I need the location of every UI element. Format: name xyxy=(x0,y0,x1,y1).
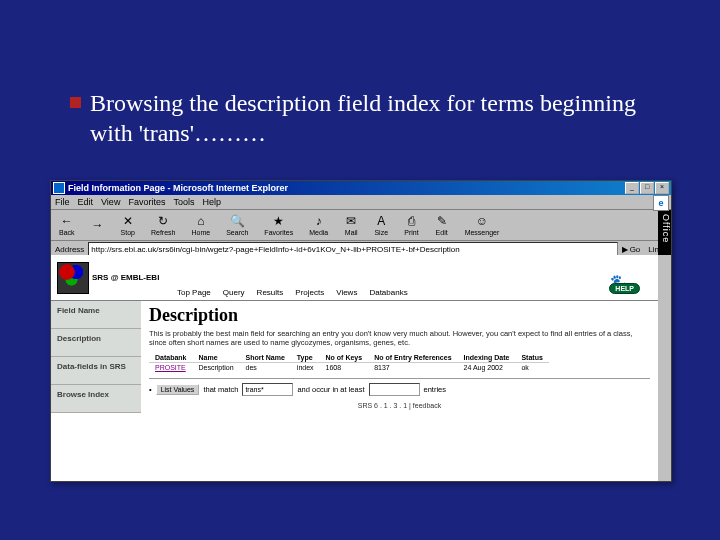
cell-status: ok xyxy=(515,363,548,373)
srs-footer: SRS 6 . 1 . 3 . 1 | feedback xyxy=(149,402,650,409)
sidebar-data-fields[interactable]: Data-fields in SRS xyxy=(51,357,141,385)
home-icon: ⌂ xyxy=(194,214,208,228)
forward-button[interactable]: → xyxy=(91,218,105,233)
search-button[interactable]: 🔍Search xyxy=(226,214,248,236)
help-button[interactable]: HELP xyxy=(609,283,640,294)
tab-databanks[interactable]: Databanks xyxy=(369,288,407,297)
print-icon: ⎙ xyxy=(404,214,418,228)
databank-link[interactable]: PROSITE xyxy=(155,364,186,371)
cell-keys: 1608 xyxy=(320,363,369,373)
vertical-scrollbar[interactable] xyxy=(657,255,671,481)
go-button[interactable]: ▶ Go xyxy=(622,245,641,254)
field-description: This is probably the best main field for… xyxy=(149,330,650,347)
list-values-button[interactable]: List Values xyxy=(156,384,200,395)
srs-header: SRS @ EMBL-EBI Top Page Query Results Pr… xyxy=(51,255,658,301)
cell-name: Description xyxy=(193,363,240,373)
ie-logo-icon: e xyxy=(653,195,669,211)
favorites-icon: ★ xyxy=(272,214,286,228)
menu-view[interactable]: View xyxy=(101,197,120,207)
media-button[interactable]: ♪Media xyxy=(309,214,328,236)
srs-logo-area: SRS @ EMBL-EBI xyxy=(51,262,177,294)
media-icon: ♪ xyxy=(312,214,326,228)
menu-tools[interactable]: Tools xyxy=(173,197,194,207)
sidebar: Field Name Description Data-fields in SR… xyxy=(51,301,141,413)
tab-query[interactable]: Query xyxy=(223,288,245,297)
tab-top-page[interactable]: Top Page xyxy=(177,288,211,297)
data-fields-table: Databank Name Short Name Type No of Keys… xyxy=(149,353,549,372)
cell-type: index xyxy=(291,363,320,373)
srs-logo-text: SRS @ EMBL-EBI xyxy=(92,273,159,282)
ie-icon xyxy=(53,182,65,194)
menu-favorites[interactable]: Favorites xyxy=(128,197,165,207)
titlebar: Field Information Page - Microsoft Inter… xyxy=(51,181,671,195)
browser-window: Field Information Page - Microsoft Inter… xyxy=(50,180,672,482)
sidebar-description[interactable]: Description xyxy=(51,329,141,357)
menu-file[interactable]: File xyxy=(55,197,70,207)
th-keys: No of Keys xyxy=(320,353,369,363)
sidebar-field-name[interactable]: Field Name xyxy=(51,301,141,329)
page-content: SRS @ EMBL-EBI Top Page Query Results Pr… xyxy=(51,255,658,481)
field-title: Description xyxy=(149,305,650,326)
th-date: Indexing Date xyxy=(458,353,516,363)
window-title: Field Information Page - Microsoft Inter… xyxy=(68,183,624,193)
browse-index-controls: • List Values that match and occur in at… xyxy=(149,378,650,396)
back-icon: ← xyxy=(60,214,74,228)
messenger-button[interactable]: ☺Messenger xyxy=(465,214,500,236)
edit-icon: ✎ xyxy=(435,214,449,228)
home-button[interactable]: ⌂Home xyxy=(191,214,210,236)
close-button[interactable]: × xyxy=(655,182,669,194)
address-label: Address xyxy=(55,245,84,254)
toolbar: ←Back → ✕Stop ↻Refresh ⌂Home 🔍Search ★Fa… xyxy=(51,210,671,241)
menubar: File Edit View Favorites Tools Help e xyxy=(51,195,671,210)
size-button[interactable]: ASize xyxy=(374,214,388,236)
entries-label: entries xyxy=(424,385,447,394)
table-row: PROSITE Description des index 1608 8137 … xyxy=(149,363,549,373)
size-icon: A xyxy=(374,214,388,228)
mail-icon: ✉ xyxy=(344,214,358,228)
messenger-icon: ☺ xyxy=(475,214,489,228)
match-input[interactable] xyxy=(242,383,293,396)
sidebar-browse-index[interactable]: Browse Index xyxy=(51,385,141,413)
srs-tabs: Top Page Query Results Projects Views Da… xyxy=(177,258,610,297)
cell-date: 24 Aug 2002 xyxy=(458,363,516,373)
editdoc-button[interactable]: ✎Edit xyxy=(435,214,449,236)
th-status: Status xyxy=(515,353,548,363)
slide-title: Browsing the description field index for… xyxy=(90,88,650,148)
mail-button[interactable]: ✉Mail xyxy=(344,214,358,236)
stop-button[interactable]: ✕Stop xyxy=(121,214,135,236)
refresh-button[interactable]: ↻Refresh xyxy=(151,214,176,236)
cell-short: des xyxy=(240,363,291,373)
match-label: that match xyxy=(203,385,238,394)
refresh-icon: ↻ xyxy=(156,214,170,228)
th-type: Type xyxy=(291,353,320,363)
tab-projects[interactable]: Projects xyxy=(295,288,324,297)
occur-label: and occur in at least xyxy=(297,385,364,394)
tab-results[interactable]: Results xyxy=(257,288,284,297)
bullet-icon xyxy=(70,97,81,108)
srs-logo-icon xyxy=(57,262,89,294)
th-name: Name xyxy=(193,353,240,363)
main-panel: Description This is probably the best ma… xyxy=(141,301,658,413)
search-icon: 🔍 xyxy=(230,214,244,228)
minimize-button[interactable]: _ xyxy=(625,182,639,194)
menu-edit[interactable]: Edit xyxy=(78,197,94,207)
tab-views[interactable]: Views xyxy=(336,288,357,297)
maximize-button[interactable]: □ xyxy=(640,182,654,194)
th-short: Short Name xyxy=(240,353,291,363)
occur-input[interactable] xyxy=(369,383,420,396)
table-header-row: Databank Name Short Name Type No of Keys… xyxy=(149,353,549,363)
favorites-button[interactable]: ★Favorites xyxy=(264,214,293,236)
th-databank: Databank xyxy=(149,353,193,363)
print-button[interactable]: ⎙Print xyxy=(404,214,418,236)
stop-icon: ✕ xyxy=(121,214,135,228)
cell-refs: 8137 xyxy=(368,363,457,373)
back-button[interactable]: ←Back xyxy=(59,214,75,236)
address-input[interactable] xyxy=(88,242,617,256)
menu-help[interactable]: Help xyxy=(202,197,221,207)
th-refs: No of Entry References xyxy=(368,353,457,363)
forward-icon: → xyxy=(91,218,105,232)
